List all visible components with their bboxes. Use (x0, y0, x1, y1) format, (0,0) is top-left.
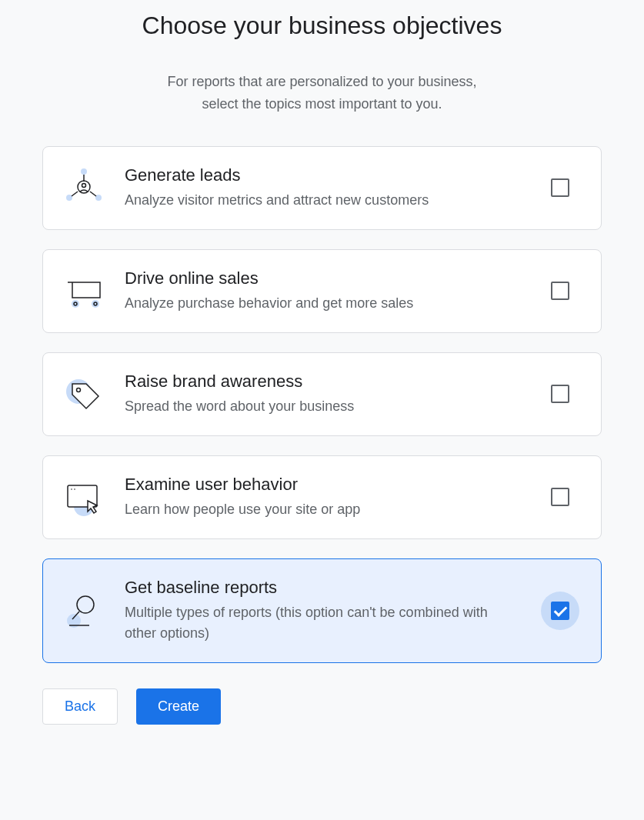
svg-point-0 (81, 168, 87, 175)
checkbox-generate-leads[interactable] (551, 178, 569, 197)
back-button[interactable]: Back (42, 688, 118, 725)
svg-line-4 (72, 192, 78, 196)
page-title: Choose your business objectives (42, 12, 602, 40)
svg-point-19 (77, 596, 94, 613)
option-get-baseline-reports[interactable]: Get baseline reports Multiple types of r… (42, 558, 602, 663)
option-title: Examine user behavior (125, 475, 519, 495)
checkbox-get-baseline-reports[interactable] (551, 602, 569, 620)
svg-point-2 (95, 195, 102, 201)
option-title: Drive online sales (125, 268, 519, 288)
option-generate-leads[interactable]: Generate leads Analyze visitor metrics a… (42, 146, 602, 230)
reports-icon (65, 592, 103, 630)
svg-point-17 (74, 488, 75, 490)
page-subtitle: For reports that are personalized to you… (107, 71, 538, 115)
option-description: Analyze visitor metrics and attract new … (125, 190, 519, 211)
behavior-icon (65, 478, 103, 516)
tag-icon (65, 375, 103, 413)
footer: Back Create (42, 663, 602, 750)
svg-point-8 (72, 300, 79, 308)
checkbox-raise-brand-awareness[interactable] (551, 385, 569, 403)
svg-point-9 (92, 300, 99, 308)
option-description: Multiple types of reports (this option c… (125, 602, 519, 644)
svg-point-16 (71, 488, 72, 490)
svg-point-1 (66, 195, 72, 201)
option-title: Get baseline reports (125, 578, 519, 598)
option-raise-brand-awareness[interactable]: Raise brand awareness Spread the word ab… (42, 352, 602, 436)
svg-line-5 (90, 192, 96, 196)
leads-icon (65, 168, 103, 207)
options-list: Generate leads Analyze visitor metrics a… (42, 146, 602, 663)
checkbox-examine-user-behavior[interactable] (551, 488, 569, 506)
option-examine-user-behavior[interactable]: Examine user behavior Learn how people u… (42, 455, 602, 539)
option-title: Generate leads (125, 165, 519, 185)
option-drive-online-sales[interactable]: Drive online sales Analyze purchase beha… (42, 249, 602, 333)
svg-point-7 (82, 184, 86, 188)
option-description: Analyze purchase behavior and get more s… (125, 293, 519, 314)
option-description: Spread the word about your business (125, 396, 519, 417)
header: Choose your business objectives For repo… (42, 0, 602, 146)
cart-icon (65, 272, 103, 310)
create-button[interactable]: Create (136, 688, 221, 725)
option-title: Raise brand awareness (125, 372, 519, 392)
checkbox-drive-online-sales[interactable] (551, 282, 569, 300)
option-description: Learn how people use your site or app (125, 499, 519, 520)
